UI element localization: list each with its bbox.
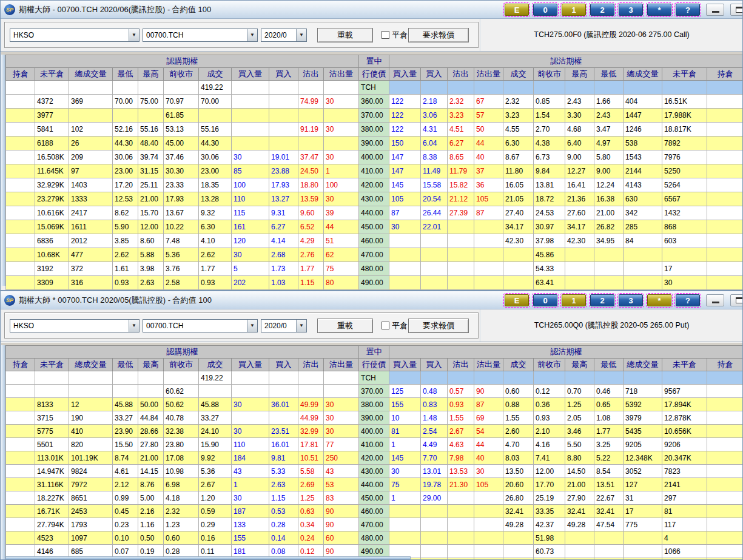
close-position-checkbox[interactable] <box>382 322 389 329</box>
put-cell[interactable]: 17 <box>624 505 662 518</box>
call-cell[interactable] <box>324 109 359 123</box>
put-cell[interactable] <box>624 248 662 262</box>
call-cell[interactable]: 0.16 <box>199 531 232 545</box>
call-cell[interactable]: 30 <box>324 95 359 109</box>
put-cell[interactable] <box>707 150 743 164</box>
put-cell[interactable]: 47.54 <box>594 518 624 531</box>
put-cell[interactable] <box>707 478 743 491</box>
put-cell[interactable]: 13.53 <box>448 465 474 478</box>
put-cell[interactable]: 3.06 <box>421 109 448 123</box>
put-cell[interactable] <box>594 531 624 545</box>
call-cell[interactable]: 45.88 <box>113 398 138 411</box>
call-cell[interactable] <box>324 385 359 398</box>
call-cell[interactable]: 80 <box>324 276 359 290</box>
call-cell[interactable] <box>6 234 35 248</box>
call-cell[interactable]: 1793 <box>69 518 113 531</box>
call-cell[interactable] <box>6 531 35 545</box>
symbol-select[interactable]: 00700.TCH ▼ <box>143 29 258 42</box>
put-cell[interactable] <box>474 262 503 276</box>
titlebar-button-2[interactable]: 2 <box>590 4 614 16</box>
call-cell[interactable]: 0.59 <box>199 505 232 518</box>
call-cell[interactable] <box>6 505 35 518</box>
chevron-down-icon[interactable]: ▼ <box>296 320 306 332</box>
put-cell[interactable]: 1432 <box>662 206 707 220</box>
put-cell[interactable]: 5.50 <box>565 438 594 451</box>
put-cell[interactable] <box>707 123 743 137</box>
call-cell[interactable]: 8.62 <box>113 206 138 220</box>
put-cell[interactable]: 30 <box>389 465 421 478</box>
put-cell[interactable]: 4.63 <box>448 438 474 451</box>
put-cell[interactable]: 57 <box>474 109 503 123</box>
call-cell[interactable]: 75.00 <box>138 95 164 109</box>
call-cell[interactable]: 2.67 <box>199 478 232 491</box>
call-cell[interactable]: 17.81 <box>298 438 324 451</box>
call-cell[interactable]: 1.23 <box>164 518 199 531</box>
call-cell[interactable] <box>6 518 35 531</box>
put-cell[interactable]: 30 <box>662 276 707 290</box>
titlebar-button-*[interactable]: * <box>647 4 671 16</box>
call-cell[interactable]: 0.45 <box>113 505 138 518</box>
put-cell[interactable] <box>474 505 503 518</box>
call-cell[interactable]: 13.59 <box>298 192 324 206</box>
call-cell[interactable]: 155 <box>232 531 269 545</box>
call-cell[interactable]: 23.279K <box>35 192 69 206</box>
put-cell[interactable] <box>594 276 624 290</box>
strike-cell[interactable]: 400.00 <box>359 425 389 438</box>
call-cell[interactable] <box>298 109 324 123</box>
call-cell[interactable] <box>6 385 35 398</box>
call-cell[interactable] <box>6 137 35 150</box>
call-cell[interactable]: 5.90 <box>113 220 138 234</box>
call-cell[interactable]: 53.13 <box>164 123 199 137</box>
put-cell[interactable]: 81 <box>389 425 421 438</box>
call-cell[interactable] <box>6 178 35 192</box>
call-cell[interactable]: 2.69 <box>298 478 324 491</box>
call-cell[interactable]: 0.99 <box>113 491 138 505</box>
put-cell[interactable] <box>421 262 448 276</box>
put-cell[interactable]: 9.00 <box>565 150 594 164</box>
put-cell[interactable]: 17.70 <box>534 478 565 491</box>
put-cell[interactable]: 16.38 <box>594 192 624 206</box>
put-cell[interactable]: 404 <box>624 95 662 109</box>
put-cell[interactable]: 44 <box>474 438 503 451</box>
call-cell[interactable]: 4372 <box>35 95 69 109</box>
put-cell[interactable] <box>448 234 474 248</box>
call-cell[interactable]: 18.227K <box>35 491 69 505</box>
call-cell[interactable]: 30 <box>324 192 359 206</box>
put-cell[interactable]: 4.51 <box>448 123 474 137</box>
call-cell[interactable]: 1 <box>324 164 359 178</box>
titlebar-button-3[interactable]: 3 <box>619 294 643 306</box>
call-cell[interactable]: 3715 <box>35 411 69 425</box>
strike-cell[interactable]: 480.00 <box>359 531 389 545</box>
call-cell[interactable]: 3977 <box>35 109 69 123</box>
call-cell[interactable]: 6836 <box>35 234 69 248</box>
put-cell[interactable]: 15.58 <box>421 178 448 192</box>
put-cell[interactable] <box>662 248 707 262</box>
put-cell[interactable]: 5.22 <box>594 451 624 465</box>
strike-cell[interactable]: 420.00 <box>359 451 389 465</box>
put-cell[interactable]: 8.54 <box>594 465 624 478</box>
call-cell[interactable]: 11.645K <box>35 164 69 178</box>
call-cell[interactable]: 45.00 <box>164 137 199 150</box>
call-cell[interactable]: 48.40 <box>138 137 164 150</box>
put-cell[interactable]: 6.73 <box>534 150 565 164</box>
put-cell[interactable] <box>594 262 624 276</box>
put-cell[interactable]: 3.25 <box>594 438 624 451</box>
call-cell[interactable]: 115 <box>232 206 269 220</box>
call-cell[interactable]: 0.93 <box>113 276 138 290</box>
call-cell[interactable]: 1.15 <box>298 276 324 290</box>
call-cell[interactable] <box>113 385 138 398</box>
put-cell[interactable]: 27.90 <box>565 491 594 505</box>
call-cell[interactable]: 14.947K <box>35 465 69 478</box>
put-cell[interactable]: 147 <box>389 164 421 178</box>
call-cell[interactable]: 55.16 <box>138 123 164 137</box>
put-cell[interactable]: 1543 <box>624 150 662 164</box>
put-cell[interactable]: 49.28 <box>503 518 534 531</box>
call-cell[interactable]: 8.74 <box>113 451 138 465</box>
call-cell[interactable]: 5.36 <box>199 465 232 478</box>
strike-cell[interactable]: 460.00 <box>359 234 389 248</box>
put-cell[interactable]: 868 <box>662 220 707 234</box>
call-cell[interactable] <box>269 95 298 109</box>
strike-cell[interactable]: 450.00 <box>359 491 389 505</box>
put-cell[interactable]: 54.33 <box>534 262 565 276</box>
call-cell[interactable]: 1.77 <box>199 262 232 276</box>
